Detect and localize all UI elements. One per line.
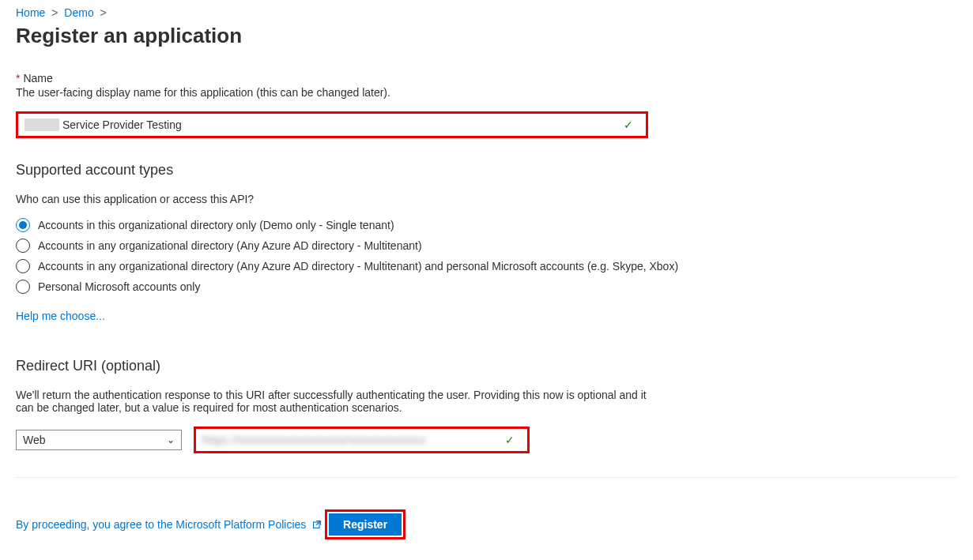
radio-icon: [16, 259, 30, 273]
breadcrumb-home[interactable]: Home: [16, 6, 45, 19]
register-button[interactable]: Register: [329, 513, 402, 536]
name-input-highlight: Service Provider Testing ✓: [16, 111, 648, 138]
radio-label: Accounts in this organizational director…: [38, 219, 394, 231]
platform-selected-value: Web: [23, 434, 46, 446]
account-types-heading: Supported account types: [16, 162, 957, 179]
name-input[interactable]: Service Provider Testing ✓: [20, 115, 644, 134]
account-types-radio-group: Accounts in this organizational director…: [16, 218, 957, 294]
name-label: *Name: [16, 72, 957, 85]
redirect-uri-heading: Redirect URI (optional): [16, 358, 957, 374]
radio-multitenant[interactable]: Accounts in any organizational directory…: [16, 239, 957, 253]
footer: By proceeding, you agree to the Microsof…: [16, 490, 957, 539]
breadcrumb-sep: >: [100, 6, 107, 19]
radio-label: Personal Microsoft accounts only: [38, 280, 200, 293]
help-me-choose-link[interactable]: Help me choose...: [16, 310, 105, 322]
platform-select[interactable]: Web ⌄: [16, 430, 182, 450]
check-icon: ✓: [505, 434, 521, 446]
redirect-uri-section: Redirect URI (optional) We'll return the…: [16, 358, 957, 453]
radio-personal-only[interactable]: Personal Microsoft accounts only: [16, 280, 957, 294]
name-desc: The user-facing display name for this ap…: [16, 86, 957, 99]
radio-label: Accounts in any organizational directory…: [38, 260, 678, 272]
divider: [16, 477, 957, 478]
radio-multitenant-personal[interactable]: Accounts in any organizational directory…: [16, 259, 957, 273]
account-types-section: Supported account types Who can use this…: [16, 162, 957, 322]
breadcrumb: Home > Demo >: [16, 6, 957, 19]
radio-label: Accounts in any organizational directory…: [38, 239, 422, 252]
page-title: Register an application: [16, 24, 957, 48]
platform-policies-link[interactable]: By proceeding, you agree to the Microsof…: [16, 518, 325, 531]
radio-icon: [16, 218, 30, 232]
account-types-question: Who can use this application or access t…: [16, 193, 957, 205]
breadcrumb-sep: >: [51, 6, 58, 19]
radio-icon: [16, 239, 30, 253]
name-section: *Name The user-facing display name for t…: [16, 72, 957, 138]
external-link-icon: [312, 520, 322, 529]
breadcrumb-demo[interactable]: Demo: [64, 6, 93, 19]
check-icon: ✓: [624, 118, 639, 131]
chevron-down-icon: ⌄: [167, 434, 175, 445]
radio-single-tenant[interactable]: Accounts in this organizational director…: [16, 218, 957, 232]
redacted-prefix: [25, 118, 59, 131]
radio-icon: [16, 280, 30, 294]
redirect-uri-input[interactable]: https://xxxxxxxxxxxxxxxxxx/xxxxxxxxxxxxx: [202, 434, 426, 446]
name-value: Service Provider Testing: [62, 118, 182, 131]
register-button-highlight: Register: [325, 509, 405, 539]
redirect-uri-input-highlight: https://xxxxxxxxxxxxxxxxxx/xxxxxxxxxxxxx…: [194, 427, 530, 453]
redirect-uri-desc: We'll return the authentication response…: [16, 389, 648, 414]
